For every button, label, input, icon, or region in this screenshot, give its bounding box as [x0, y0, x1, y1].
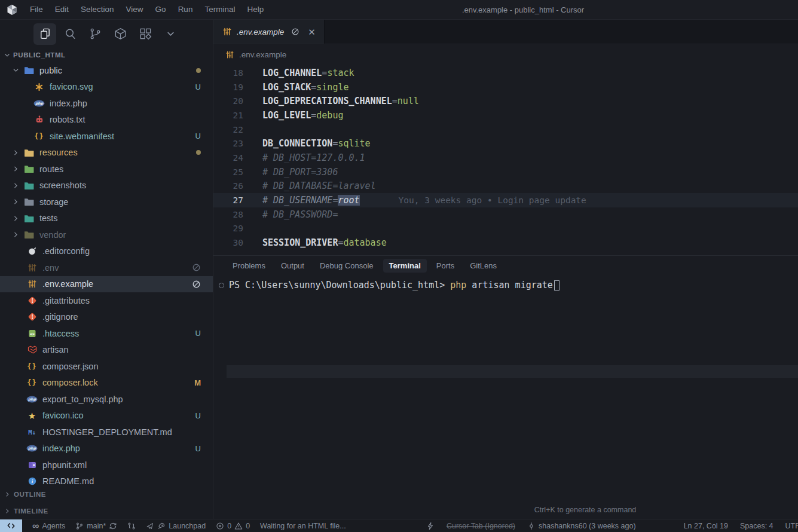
code-line-23[interactable]: 23DB_CONNECTION=sqlite	[213, 136, 798, 151]
source-control-icon[interactable]	[84, 23, 106, 45]
tree-item-index-php[interactable]: phpindex.php	[0, 95, 213, 112]
tree-item-favicon-ico[interactable]: ★favicon.icoU	[0, 408, 213, 424]
agents-item[interactable]: ∞Agents	[32, 521, 65, 531]
breadcrumb[interactable]: .env.example	[213, 44, 798, 65]
code-line-21[interactable]: 21LOG_LEVEL=debug	[213, 108, 798, 123]
status-text: Ln 27, Col 19	[684, 522, 728, 530]
cursor-ai-item[interactable]	[426, 522, 435, 530]
menu-help[interactable]: Help	[241, 0, 270, 19]
tree-item-hostinger-deployment-md[interactable]: M↓HOSTINGER_DEPLOYMENT.md	[0, 424, 213, 441]
compare-icon	[127, 522, 136, 530]
svg-text:php: php	[35, 101, 44, 106]
remote-indicator[interactable]	[0, 519, 22, 532]
tree-item-favicon-svg[interactable]: favicon.svgU	[0, 79, 213, 96]
tree-item-editorconfig[interactable]: .editorconfig	[0, 243, 213, 260]
command-decoration-icon[interactable]	[219, 283, 224, 288]
tree-item-robots-txt[interactable]: robots.txt	[0, 112, 213, 129]
tree-item-routes[interactable]: routes	[0, 161, 213, 178]
tree-item-storage[interactable]: storage	[0, 194, 213, 210]
sync-icon	[109, 522, 117, 530]
code-line-18[interactable]: 18LOG_CHANNEL=stack	[213, 66, 798, 80]
commit-author-item[interactable]: shashankns60 (3 weeks ago)	[527, 522, 636, 530]
encoding-item[interactable]: UTF-8	[785, 522, 798, 530]
line-number: 24	[213, 153, 243, 163]
timeline-section[interactable]: TIMELINE	[0, 503, 213, 519]
line-number: 22	[213, 125, 243, 134]
code-line-20[interactable]: 20LOG_DEPRECATIONS_CHANNEL=null	[213, 94, 798, 108]
tree-item-htaccess[interactable]: <>.htaccessU	[0, 325, 213, 342]
panel-tab-problems[interactable]: Problems	[227, 259, 271, 273]
tree-item-tests[interactable]: tests	[0, 210, 213, 227]
rocket-icon	[157, 522, 166, 530]
menu-go[interactable]: Go	[149, 0, 172, 19]
tree-item-env[interactable]: .env	[0, 259, 213, 276]
panel-tab-output[interactable]: Output	[275, 259, 310, 273]
line-number: 29	[213, 224, 243, 233]
terminal-command-php: php	[450, 280, 466, 291]
explorer-section-header[interactable]: PUBLIC_HTML	[0, 48, 213, 62]
tree-item-vendor[interactable]: vendor	[0, 227, 213, 243]
chevron-right-icon	[12, 215, 20, 222]
panel-tab-terminal[interactable]: Terminal	[383, 259, 427, 273]
tree-item-phpunit-xml[interactable]: phpunit.xml	[0, 457, 213, 473]
git-branch-item[interactable]: main*	[75, 522, 117, 530]
code-editor[interactable]: 18LOG_CHANNEL=stack19LOG_STACK=single20L…	[213, 65, 798, 255]
search-icon[interactable]	[59, 23, 81, 45]
tree-item-composer-json[interactable]: {}composer.json	[0, 358, 213, 375]
tree-item-label: favicon.svg	[50, 82, 93, 91]
tab-env-example[interactable]: .env.example ✕	[213, 20, 325, 44]
extensions-cube-icon[interactable]	[109, 23, 132, 45]
explorer-icon[interactable]	[33, 23, 56, 45]
tree-item-env-example[interactable]: .env.example	[0, 276, 213, 293]
tree-item-composer-lock[interactable]: {}composer.lockM	[0, 375, 213, 392]
menu-terminal[interactable]: Terminal	[198, 0, 241, 19]
panel-tab-ports[interactable]: Ports	[430, 259, 460, 273]
panel-tab-gitlens[interactable]: GitLens	[464, 259, 503, 273]
window-title: .env.example - public_html - Cursor	[462, 5, 584, 14]
outline-section[interactable]: OUTLINE	[0, 486, 213, 502]
problems-item[interactable]: 00	[216, 522, 250, 530]
status-message[interactable]: Waiting for an HTML file...	[260, 522, 346, 530]
svg-text:<>: <>	[29, 332, 34, 337]
tab-label: .env.example	[237, 27, 284, 36]
code-line-24[interactable]: 24# DB_HOST=127.0.0.1	[213, 151, 798, 165]
tree-item-site-webmanifest[interactable]: {}site.webmanifestU	[0, 128, 213, 145]
views-chevron-icon[interactable]	[159, 23, 182, 45]
tree-item-resources[interactable]: resources	[0, 145, 213, 161]
layout-grid-icon[interactable]	[134, 23, 157, 45]
terminal[interactable]: PS C:\Users\sunny\Downloads\public_html>…	[213, 278, 798, 292]
menu-run[interactable]: Run	[172, 0, 199, 19]
tree-item-artisan[interactable]: artisan	[0, 342, 213, 359]
panel-tab-debug-console[interactable]: Debug Console	[314, 259, 380, 273]
untracked-badge: U	[195, 82, 201, 91]
tree-item-export-to-mysql-php[interactable]: phpexport_to_mysql.php	[0, 391, 213, 408]
cursor-position-item[interactable]: Ln 27, Col 19	[684, 522, 728, 530]
code-line-22[interactable]: 22	[213, 123, 798, 137]
menu-edit[interactable]: Edit	[49, 0, 75, 19]
code-line-19[interactable]: 19LOG_STACK=single	[213, 80, 798, 94]
cursor-tab-item[interactable]: Cursor Tab (Ignored)	[447, 522, 515, 530]
tree-item-index-php[interactable]: phpindex.phpU	[0, 441, 213, 457]
tree-item-screenshots[interactable]: screenshots	[0, 178, 213, 194]
untracked-badge: U	[195, 132, 201, 140]
code-line-25[interactable]: 25# DB_PORT=3306	[213, 165, 798, 179]
menu-file[interactable]: File	[24, 0, 49, 19]
menu-view[interactable]: View	[120, 0, 149, 19]
tree-item-gitattributes[interactable]: .gitattributes	[0, 292, 213, 309]
code-line-26[interactable]: 26# DB_DATABASE=laravel	[213, 179, 798, 194]
tree-item-gitignore[interactable]: .gitignore	[0, 309, 213, 326]
code-line-30[interactable]: 30SESSION_DRIVER=database	[213, 236, 798, 250]
close-tab-icon[interactable]: ✕	[308, 27, 316, 36]
chevron-right-icon	[12, 198, 20, 206]
section-title: PUBLIC_HTML	[13, 51, 66, 59]
indentation-item[interactable]: Spaces: 4	[740, 522, 773, 530]
code-line-29[interactable]: 29	[213, 222, 798, 236]
code-line-28[interactable]: 28# DB_PASSWORD=	[213, 207, 798, 222]
launchpad-item[interactable]: Launchpad	[146, 522, 206, 530]
code-line-27[interactable]: 27# DB_USERNAME=rootYou, 3 weeks ago • L…	[213, 193, 798, 207]
terminal-command-line[interactable]: PS C:\Users\sunny\Downloads\public_html>…	[213, 278, 798, 292]
tree-item-public[interactable]: public	[0, 62, 213, 79]
gitlens-compare-item[interactable]	[127, 522, 136, 530]
php-icon: php	[26, 394, 38, 404]
menu-selection[interactable]: Selection	[75, 0, 120, 19]
